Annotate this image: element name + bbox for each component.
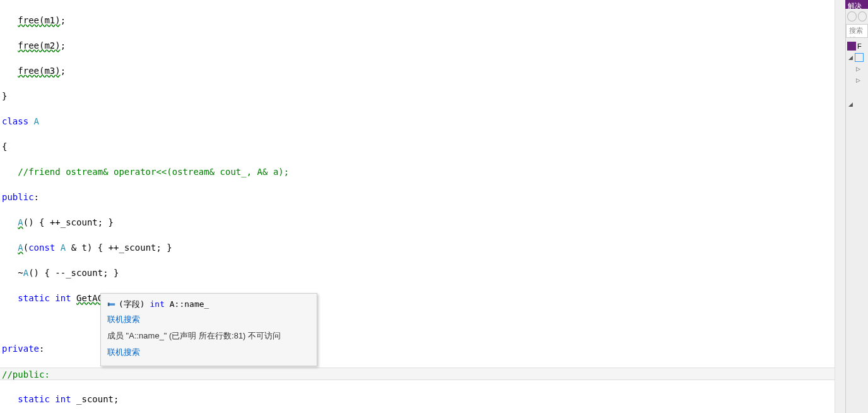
tree-child-3[interactable]: ◢ (847, 99, 867, 110)
collapse-arrow-icon[interactable]: ▷ (855, 77, 861, 83)
field-icon (107, 300, 116, 309)
forward-button[interactable] (858, 11, 867, 21)
intellisense-tooltip: (字段) int A::name_ 联机搜索 成员 "A::name_" (已声… (100, 293, 317, 366)
expand-arrow-icon[interactable]: ◢ (847, 101, 853, 107)
tooltip-error-message: 成员 "A::name_" (已声明 所在行数:81) 不可访问 (107, 330, 310, 342)
back-button[interactable] (847, 11, 857, 21)
expand-arrow-icon[interactable]: ◢ (847, 54, 853, 61)
project-node[interactable]: ◢ (847, 52, 867, 63)
solution-search-input[interactable]: 搜索解 (846, 24, 868, 38)
tree-child-2[interactable]: ▷ (847, 75, 867, 86)
solution-toolbar (846, 9, 868, 24)
tree-child-1[interactable]: ▷ (847, 63, 867, 75)
solution-icon (847, 42, 856, 51)
tree-item-label: F (857, 42, 862, 50)
solution-explorer[interactable]: 搜索解 F ◢ ▷ ▷ ◢ (845, 9, 868, 413)
project-icon (855, 53, 864, 62)
tooltip-search-link-1[interactable]: 联机搜索 (107, 314, 310, 325)
editor-scrollbar[interactable] (835, 0, 845, 413)
tooltip-signature: (字段) int A::name_ (107, 299, 310, 310)
solution-tree[interactable]: F ◢ ▷ ▷ ◢ (846, 38, 868, 112)
tooltip-search-link-2[interactable]: 联机搜索 (107, 347, 310, 358)
collapse-arrow-icon[interactable]: ▷ (855, 66, 861, 72)
solution-root[interactable]: F (847, 40, 867, 52)
svg-rect-1 (108, 302, 110, 306)
